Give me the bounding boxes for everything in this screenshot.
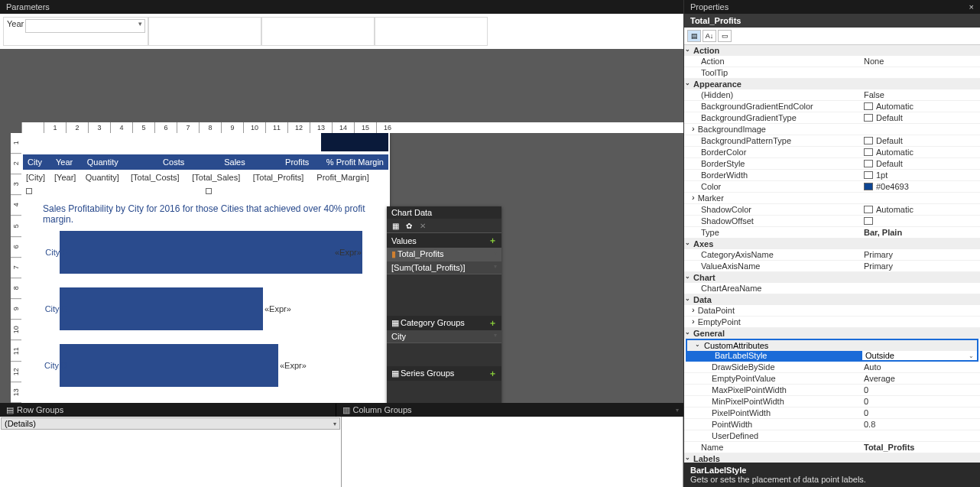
cell-city[interactable]: [City]	[23, 170, 51, 185]
col-year[interactable]: Year	[51, 154, 83, 170]
colgroups-icon: ▥	[342, 405, 350, 415]
rowgroups-label: Row Groups	[17, 405, 63, 414]
property-pages-icon[interactable]: ▭	[718, 30, 732, 42]
value-item[interactable]: Total_Profits	[398, 249, 444, 259]
param-empty-1	[148, 17, 261, 46]
cell-sales[interactable]: [Total_Sales]	[189, 170, 250, 185]
col-sales[interactable]: Sales	[189, 154, 250, 170]
chevron-down-icon[interactable]	[685, 241, 690, 248]
add-seriesgroup-button[interactable]: ＋	[488, 368, 497, 379]
value-expr[interactable]: [Sum(Total_Profits)]	[391, 263, 466, 272]
grid-icon: ▦	[391, 318, 399, 328]
col-profits[interactable]: Profits	[250, 154, 314, 170]
bar-expr: «Expr»	[335, 248, 362, 257]
chevron-down-icon[interactable]	[685, 330, 690, 337]
series-icon: ▮	[391, 249, 396, 259]
colgroups-label: Column Groups	[353, 405, 412, 414]
add-value-button[interactable]: ＋	[488, 235, 497, 246]
cd-gear-icon[interactable]: ✿	[404, 220, 414, 231]
dropdown-icon[interactable]: ⌄	[969, 352, 974, 359]
cd-close-icon[interactable]: ✕	[417, 220, 428, 231]
param-year-label: Year	[7, 19, 24, 28]
col-costs[interactable]: Costs	[128, 154, 189, 170]
parameters-body: Year	[0, 14, 683, 49]
bar-label: City D	[35, 361, 67, 370]
chart-title[interactable]: Sales Profitability by City for 2016 for…	[21, 197, 390, 231]
customattributes-highlight: CustomAttributes BarLabelStyle Outside⌄	[686, 339, 978, 362]
cell-margin[interactable]: Profit_Margin]	[313, 170, 388, 185]
param-empty-2	[261, 17, 375, 46]
tablix[interactable]: City Year Quantity Costs Sales Profits %…	[23, 154, 388, 185]
selected-object: Total_Profits	[684, 14, 980, 28]
report-canvas[interactable]: City Year Quantity Costs Sales Profits %…	[21, 133, 390, 403]
bar[interactable]	[60, 344, 278, 387]
cd-grid-icon[interactable]: ▦	[390, 220, 401, 231]
ruler-vertical: 12345678910111213	[11, 133, 21, 403]
param-empty-3	[375, 17, 488, 46]
cell-qty[interactable]: Quantity]	[83, 170, 128, 185]
col-city[interactable]: City	[23, 154, 51, 170]
col-qty[interactable]: Quantity	[83, 154, 128, 170]
chevron-down-icon[interactable]	[685, 456, 690, 463]
properties-title: Properties	[690, 2, 729, 11]
bar[interactable]	[60, 287, 263, 330]
col-margin[interactable]: % Profit Margin	[313, 154, 388, 170]
report-header-block	[321, 133, 388, 151]
grid-icon: ▦	[391, 368, 399, 378]
chart-bars[interactable]: City F «Expr» City E «Expr» City D «Expr…	[21, 231, 390, 387]
property-grid[interactable]: Action ActionNone ToolTip Appearance (Hi…	[684, 45, 980, 463]
groups-bar: ▤Row Groups ▥Column Groups ▾	[0, 403, 683, 417]
alphabetical-icon[interactable]: A↓	[703, 30, 716, 42]
dropdown-icon[interactable]: ▾	[494, 263, 497, 272]
chevron-right-icon[interactable]	[692, 317, 695, 327]
chevron-down-icon[interactable]	[695, 343, 700, 349]
cat-item[interactable]: City	[391, 332, 406, 341]
bar-expr: «Expr»	[280, 361, 307, 370]
add-catgroup-button[interactable]: ＋	[488, 317, 497, 329]
property-description: BarLabelStyle Gets or sets the placement…	[684, 463, 980, 487]
design-surface[interactable]: 12345678910111213141516 1234567891011121…	[0, 49, 683, 403]
dropdown-icon[interactable]: ▾	[494, 249, 497, 259]
chevron-down-icon[interactable]	[685, 297, 690, 304]
cell-costs[interactable]: [Total_Costs]	[128, 170, 189, 185]
chevron-right-icon[interactable]	[692, 124, 695, 135]
close-icon[interactable]: ×	[969, 2, 974, 11]
resize-handle[interactable]	[206, 188, 212, 194]
rowgroups-icon: ▤	[6, 405, 14, 415]
chart-data-panel[interactable]: Chart Data ▦ ✿ ✕ Values＋ ▮Total_Profits▾…	[387, 206, 501, 403]
categorized-icon[interactable]: ▤	[687, 30, 701, 42]
chevron-down-icon[interactable]	[685, 47, 690, 54]
cell-year[interactable]: [Year]	[51, 170, 83, 185]
bar-label: City F	[35, 248, 67, 257]
chevron-down-icon[interactable]	[685, 274, 690, 281]
chart-data-title: Chart Data	[387, 206, 501, 219]
cell-profits[interactable]: [Total_Profits]	[250, 170, 314, 185]
bar[interactable]	[60, 231, 362, 274]
barlabelstyle-row[interactable]: BarLabelStyle Outside⌄	[687, 351, 977, 360]
values-section-label: Values	[391, 236, 417, 245]
parameters-header: Parameters	[0, 0, 683, 14]
param-year-select[interactable]	[25, 19, 145, 33]
rowgroup-details[interactable]: (Details)▾	[1, 417, 340, 430]
ruler-horizontal: 12345678910111213141516	[21, 122, 683, 133]
chevron-right-icon[interactable]	[692, 305, 695, 316]
bar-expr: «Expr»	[264, 304, 291, 313]
dropdown-icon[interactable]: ▾	[494, 332, 497, 341]
bar-label: City E	[35, 304, 67, 313]
catgroups-label: Category Groups	[401, 318, 465, 328]
groups-menu-icon[interactable]: ▾	[671, 407, 683, 414]
seriesgroups-label: Series Groups	[401, 368, 454, 378]
chevron-down-icon[interactable]	[685, 81, 690, 88]
resize-handle[interactable]	[26, 188, 32, 194]
chevron-right-icon[interactable]	[692, 193, 695, 203]
